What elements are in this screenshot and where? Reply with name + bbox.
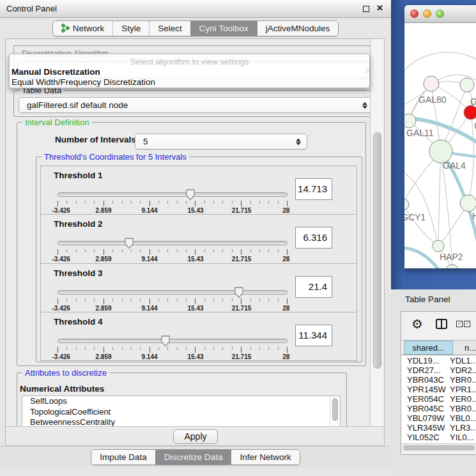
- threshold-panel-4: Threshold 4-3.4262.8599.14415.4321.71528…: [41, 312, 357, 360]
- attribute-item[interactable]: TopologicalCoefficient: [22, 407, 340, 418]
- network-node[interactable]: [424, 76, 439, 91]
- slider-thumb[interactable]: [160, 335, 171, 347]
- close-traffic-light-icon[interactable]: [410, 10, 418, 18]
- table-row[interactable]: YDL19...YDL1...: [401, 356, 476, 365]
- network-node-label: HAP2: [440, 252, 463, 262]
- slider-track[interactable]: [58, 192, 288, 197]
- network-node-label: GAL11: [406, 128, 434, 138]
- apply-button[interactable]: Apply: [173, 429, 218, 444]
- node-table: ⚙ ✓ ✓ shared... n... YDL19...YDL1...YDR2…: [401, 311, 476, 455]
- tab-jactivemnodules[interactable]: jActiveMNodules: [257, 21, 339, 36]
- cell-name: YDL1...: [450, 356, 476, 365]
- tab-impute-data[interactable]: Impute Data: [91, 450, 155, 464]
- bottom-tab-group: Impute DataDiscretize DataInfer Network: [91, 449, 300, 465]
- threshold-value-field[interactable]: 11.344: [295, 325, 332, 346]
- threshold-value-field[interactable]: 14.713: [295, 178, 332, 200]
- tab-discretize-data[interactable]: Discretize Data: [155, 450, 231, 464]
- network-node[interactable]: [433, 240, 444, 252]
- minimize-traffic-light-icon[interactable]: [423, 10, 431, 18]
- threshold-panel-1: Threshold 1-3.4262.8599.14415.4321.71528…: [41, 166, 357, 215]
- table-row[interactable]: YDR27...YDR2...: [401, 365, 476, 375]
- threshold-slider[interactable]: -3.4262.8599.14415.4321.71528: [58, 287, 288, 311]
- table-row[interactable]: YIL052CYIL0...: [401, 433, 476, 442]
- numerical-attributes-list[interactable]: SelfLoopsTopologicalCoefficientBetweenne…: [22, 395, 341, 426]
- float-window-icon[interactable]: [363, 6, 369, 12]
- split-columns-icon[interactable]: [436, 319, 447, 329]
- table-row[interactable]: YER054CYER0...: [401, 394, 476, 404]
- cell-shared-name: YPR145W: [401, 385, 450, 394]
- threshold-value-field[interactable]: 21.4: [295, 276, 332, 298]
- table-row[interactable]: YBR045CYBR0...: [401, 404, 476, 413]
- cell-name: YBL0...: [450, 413, 476, 423]
- threshold-panel-2: Threshold 2-3.4262.8599.14415.4321.71528…: [41, 215, 357, 263]
- threshold-value-field[interactable]: 6.316: [295, 227, 332, 249]
- select-columns-icon[interactable]: ✓ ✓: [456, 321, 470, 327]
- close-icon[interactable]: ✕: [376, 3, 383, 13]
- slider-tick-labels: -3.4262.8599.14415.4321.71528: [58, 207, 288, 215]
- network-node-label: GAL4: [443, 160, 466, 171]
- threshold-slider[interactable]: -3.4262.8599.14415.4321.71528: [58, 335, 288, 360]
- checkbox-icon: ✓: [464, 321, 470, 327]
- tab-select[interactable]: Select: [149, 21, 190, 36]
- network-node[interactable]: [460, 195, 476, 211]
- algorithm-option-equal-width-frequency-discretization[interactable]: Equal Width/Frequency Discretization: [11, 77, 367, 87]
- slider-track[interactable]: [58, 241, 288, 245]
- attributes-title: Attributes to discretize: [22, 368, 109, 378]
- table-data-value: galFiltered.sif default node: [27, 100, 128, 110]
- cell-shared-name: YDR27...: [401, 365, 450, 375]
- settings-scroll-view: Discretization Algorithm Select algorith…: [6, 39, 384, 426]
- network-edge: [468, 112, 473, 203]
- network-node[interactable]: [429, 140, 452, 163]
- slider-ticks: [58, 249, 288, 256]
- content-scrollbar[interactable]: [370, 39, 384, 426]
- slider-thumb[interactable]: [234, 286, 244, 298]
- slider-thumb[interactable]: [185, 188, 196, 201]
- table-data-combobox[interactable]: galFiltered.sif default node: [19, 97, 374, 113]
- tab-infer-network[interactable]: Infer Network: [231, 450, 299, 464]
- column-header-name[interactable]: n...: [453, 341, 476, 355]
- tab-style[interactable]: Style: [112, 21, 149, 36]
- table-row[interactable]: YLR345WYLR3...: [401, 423, 476, 433]
- table-panel: Table Panel ⚙ ✓ ✓ shared... n... YDL19..…: [391, 289, 476, 476]
- network-node[interactable]: [404, 114, 416, 128]
- network-node[interactable]: [460, 78, 474, 92]
- column-header-shared-name[interactable]: shared...: [404, 341, 453, 355]
- slider-ticks: [58, 201, 288, 207]
- threshold-slider[interactable]: -3.4262.8599.14415.4321.71528: [58, 189, 288, 213]
- cell-shared-name: YBR043C: [401, 375, 450, 385]
- threshold-label: Threshold 2: [54, 219, 103, 229]
- slider-track[interactable]: [58, 339, 288, 343]
- cell-name: YER0...: [450, 394, 476, 404]
- gear-icon[interactable]: ⚙: [411, 316, 423, 332]
- zoom-traffic-light-icon[interactable]: [436, 10, 444, 18]
- slider-thumb[interactable]: [124, 237, 134, 249]
- scrollbar-thumb[interactable]: [373, 132, 381, 369]
- network-node-label: H: [472, 211, 476, 221]
- tab-label: Select: [158, 24, 182, 33]
- table-row[interactable]: YBR043CYBR0...: [401, 375, 476, 385]
- tab-cyni-toolbox[interactable]: Cyni Toolbox: [190, 21, 257, 36]
- tab-network[interactable]: Network: [53, 21, 113, 36]
- number-of-intervals-combobox[interactable]: 5: [135, 134, 307, 150]
- tab-label: jActiveMNodules: [266, 24, 330, 33]
- number-of-intervals-value: 5: [143, 137, 148, 146]
- table-horizontal-scrollbar[interactable]: [401, 443, 476, 451]
- numerical-attributes-heading: Numerical Attributes: [20, 384, 104, 394]
- table-row[interactable]: YPR145WYPR1...: [401, 385, 476, 394]
- scrollbar-thumb[interactable]: [332, 398, 338, 421]
- slider-ticks: [58, 347, 288, 353]
- scrollbar-thumb[interactable]: [403, 445, 475, 450]
- network-node[interactable]: [404, 199, 409, 210]
- table-row[interactable]: YBL079WYBL0...: [401, 413, 476, 423]
- network-canvas[interactable]: GAL80GACGAL11GAL4GCY1HHAP2: [404, 23, 476, 268]
- algorithm-option-manual-discretization[interactable]: Manual Discretization: [11, 67, 367, 77]
- threshold-slider[interactable]: -3.4262.8599.14415.4321.71528: [58, 238, 288, 262]
- network-node[interactable]: [446, 265, 459, 268]
- cell-shared-name: YER054C: [401, 394, 450, 404]
- attribute-item[interactable]: BetweennessCentrality: [22, 417, 340, 426]
- attribute-item[interactable]: SelfLoops: [22, 396, 340, 407]
- network-node-label: GAL80: [418, 95, 447, 105]
- network-node[interactable]: [464, 105, 476, 119]
- slider-track[interactable]: [58, 290, 288, 295]
- attributes-scrollbar[interactable]: [330, 396, 340, 426]
